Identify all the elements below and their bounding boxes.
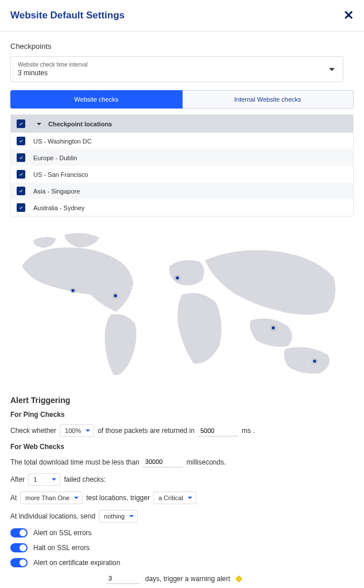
location-name: Australia - Sydney [33, 204, 84, 211]
after-suffix-text: failed checks: [64, 475, 106, 483]
alert-ssl-toggle[interactable] [10, 528, 28, 537]
checkpoints-heading: Checkpoints [10, 42, 354, 51]
tab-internal-website-checks[interactable]: Internal Website checks [183, 90, 354, 109]
download-pre-text: The total download time must be less tha… [10, 458, 140, 466]
chevron-down-icon [74, 497, 79, 499]
map-dot-washington-dc [113, 293, 118, 298]
ping-pre-text: Check whether [10, 427, 56, 435]
cert-expiration-label: Alert on certificate expiration [33, 559, 120, 567]
locations-count-select[interactable]: more Than One [20, 492, 83, 504]
table-row: US - Washington DC [11, 133, 353, 149]
select-all-checkbox[interactable] [17, 119, 25, 128]
table-row: Europe - Dublin [11, 149, 353, 166]
location-name: US - Washington DC [33, 138, 92, 145]
failed-checks-value: 1 [33, 476, 37, 483]
chevron-down-icon [188, 497, 192, 499]
location-name: US - San Francisco [33, 171, 88, 178]
table-row: Australia - Sydney [11, 199, 353, 216]
alert-triggering-heading: Alert Triggering [10, 396, 354, 405]
download-suffix-text: milliseconds. [187, 458, 226, 466]
map-dot-san-francisco [71, 288, 75, 293]
warning-icon: ! [235, 575, 243, 583]
individual-send-value: nothing [104, 513, 125, 520]
cert-warning-days-input[interactable] [106, 573, 141, 584]
page-title: Website Default Settings [10, 10, 125, 21]
alert-ssl-label: Alert on SSL errors [33, 529, 92, 537]
chevron-down-icon [86, 430, 90, 432]
halt-ssl-toggle[interactable] [10, 543, 28, 552]
column-header-locations: Checkpoint locations [48, 121, 112, 127]
row-checkbox[interactable] [17, 137, 25, 145]
download-ms-input[interactable] [143, 457, 183, 467]
cert-expiration-toggle[interactable] [10, 558, 28, 567]
ping-suffix-text: ms . [242, 427, 255, 435]
cert-warning-text: days, trigger a warning alert [145, 575, 230, 583]
location-name: Europe - Dublin [33, 154, 77, 161]
chevron-down-icon [129, 515, 134, 517]
ping-percent-select[interactable]: 100% [60, 424, 94, 437]
world-map [10, 226, 354, 386]
at-mid-text: test locations, trigger [86, 494, 150, 502]
individual-send-select[interactable]: nothing [99, 510, 138, 523]
tab-website-checks[interactable]: Website checks [10, 90, 183, 109]
check-interval-value: 3 minutes [18, 69, 336, 77]
map-dot-dublin [175, 276, 180, 280]
row-checkbox[interactable] [17, 187, 25, 195]
ping-percent-value: 100% [65, 427, 81, 434]
row-checkbox[interactable] [17, 203, 25, 212]
ping-mid-text: of those packets are returned in [98, 427, 195, 435]
chevron-down-icon [52, 478, 56, 481]
failed-checks-select[interactable]: 1 [28, 473, 60, 486]
check-interval-label: Website check time interval [18, 61, 336, 68]
halt-ssl-label: Halt on SSL errors [33, 544, 90, 552]
at-pre-text: At [10, 494, 17, 502]
locations-count-value: more Than One [25, 494, 69, 501]
table-row: Asia - Singapore [11, 183, 353, 199]
trigger-severity-value: a Critical [158, 494, 183, 501]
row-checkbox[interactable] [17, 170, 25, 179]
after-pre-text: After [10, 475, 25, 483]
chevron-down-icon[interactable] [37, 123, 41, 125]
trigger-severity-select[interactable]: a Critical [153, 492, 196, 504]
world-map-svg [10, 226, 354, 386]
location-name: Asia - Singapore [33, 188, 80, 195]
check-interval-dropdown[interactable]: Website check time interval 3 minutes [10, 56, 343, 82]
chevron-down-icon [329, 68, 335, 71]
ping-ms-input[interactable] [198, 425, 238, 436]
checkpoint-table: Checkpoint locations US - Washington DC … [10, 114, 354, 216]
close-button[interactable]: ✕ [343, 8, 354, 23]
svg-text:!: ! [238, 576, 239, 581]
table-row: US - San Francisco [11, 166, 353, 183]
web-checks-heading: For Web Checks [10, 443, 354, 451]
individual-pre-text: At individual locations, send [10, 512, 95, 520]
row-checkbox[interactable] [17, 153, 25, 162]
ping-checks-heading: For Ping Checks [10, 411, 354, 419]
